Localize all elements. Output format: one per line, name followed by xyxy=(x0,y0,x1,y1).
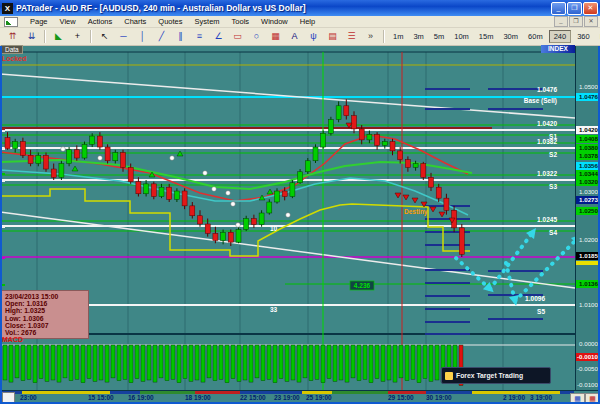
ma-cyan xyxy=(0,170,468,215)
candle xyxy=(429,177,434,187)
price-axis-label--0.0050: -0.0050 xyxy=(576,365,599,373)
macd-bar xyxy=(303,345,307,378)
candle xyxy=(382,142,387,146)
macd-bar xyxy=(183,345,187,379)
info-box-line: 23/04/2013 15:00 xyxy=(5,293,85,300)
sell-arrow-icon xyxy=(430,207,436,212)
candle xyxy=(213,233,218,240)
time-axis-label: 25 19:00 xyxy=(306,394,332,401)
macd-bar xyxy=(285,345,289,381)
macd-bar xyxy=(207,345,211,378)
macd-bar xyxy=(27,345,31,379)
macd-bar xyxy=(363,345,367,379)
candle xyxy=(36,155,41,163)
macd-bar xyxy=(195,345,199,380)
macd-bar xyxy=(255,345,259,378)
macd-bar xyxy=(339,345,343,380)
macd-bar xyxy=(81,345,85,383)
candle xyxy=(459,228,464,254)
fib-cluster-dash xyxy=(488,88,543,90)
candle xyxy=(352,116,357,129)
macd-bar xyxy=(357,345,361,381)
fib-cluster-dash xyxy=(488,318,543,320)
price-axis-label--0.0100: -0.0100 xyxy=(576,381,599,389)
macd-bar xyxy=(315,345,319,379)
macd-bar xyxy=(69,345,73,381)
projection-arrow-line xyxy=(490,232,533,289)
candle xyxy=(413,164,418,168)
macd-bar xyxy=(135,345,139,379)
candle xyxy=(390,142,395,151)
logo-text: Forex Target Trading xyxy=(456,372,523,379)
buy-arrow-icon xyxy=(72,166,78,171)
session-stripe xyxy=(332,391,388,394)
time-axis-label: 15 15:00 xyxy=(88,394,114,401)
candle xyxy=(97,136,102,147)
candle xyxy=(421,164,426,178)
candle xyxy=(121,153,126,168)
chart-annotation-label: 1.0245 xyxy=(537,216,557,223)
pivot-dot xyxy=(226,191,231,196)
candle xyxy=(236,230,241,243)
macd-bar xyxy=(9,345,13,382)
candle xyxy=(267,202,272,213)
macd-bar xyxy=(429,345,433,381)
logo-icon xyxy=(445,372,453,380)
candle xyxy=(336,106,341,120)
macd-bar xyxy=(435,345,439,380)
fib-cluster-dash xyxy=(425,218,470,220)
macd-bar xyxy=(15,345,19,378)
macd-bar xyxy=(375,345,379,379)
macd-bar xyxy=(111,345,115,378)
time-axis-label: 29 15:00 xyxy=(388,394,414,401)
candle xyxy=(113,153,118,161)
time-axis-label: 3 19:00 xyxy=(530,394,552,401)
macd-bar xyxy=(249,345,253,382)
price-axis-label-1.0100: 1.0100 xyxy=(576,301,599,309)
candle xyxy=(321,133,326,147)
info-box-line: Close: 1.0307 xyxy=(5,322,85,329)
candle xyxy=(405,160,410,168)
candle xyxy=(90,136,95,144)
ma-red xyxy=(0,135,468,201)
macd-bar xyxy=(405,345,409,381)
macd-bar xyxy=(387,345,391,380)
chart-annotation-label: Base (Sell) xyxy=(524,97,557,105)
time-axis-label: 18 19:00 xyxy=(185,394,211,401)
time-axis-label: 30 19:00 xyxy=(426,394,452,401)
macd-bar xyxy=(93,345,97,381)
macd-bar xyxy=(33,345,37,383)
tab-data[interactable]: Data xyxy=(1,45,23,54)
pivot-dot xyxy=(236,223,241,228)
macd-bar xyxy=(87,345,91,379)
macd-bar xyxy=(177,345,181,383)
candle xyxy=(13,142,18,149)
price-axis-label-1.0380: 1.0380 xyxy=(576,144,599,152)
macd-bar xyxy=(105,345,109,382)
macd-bar xyxy=(147,345,151,380)
macd-bar xyxy=(231,345,235,379)
candle xyxy=(444,198,449,210)
projection-arrowhead-icon xyxy=(526,228,536,239)
chart-annotation-label: 1.0476 xyxy=(537,86,557,93)
sell-arrow-icon xyxy=(403,195,409,200)
candle xyxy=(136,182,141,194)
time-axis-label: 23:00 xyxy=(20,394,37,401)
macd-bar xyxy=(3,345,7,380)
buy-arrow-icon xyxy=(267,189,273,194)
candle xyxy=(198,216,203,224)
price-axis-label-1.0200: 1.0200 xyxy=(576,236,599,244)
window-frame-left xyxy=(0,46,2,404)
pivot-dot xyxy=(203,171,208,176)
patrader-window: X PATrader - AUD RF - [AUDUSD, 240 min -… xyxy=(0,0,600,404)
candle xyxy=(159,187,164,196)
candle xyxy=(359,129,364,140)
candle xyxy=(375,134,380,145)
macd-bar xyxy=(141,345,145,381)
price-axis-label-1.0344: 1.0344 xyxy=(576,170,599,178)
candle xyxy=(205,224,210,233)
candle xyxy=(44,155,49,169)
macd-bar xyxy=(189,345,193,381)
macd-bar xyxy=(399,345,403,378)
macd-bar xyxy=(369,345,373,383)
